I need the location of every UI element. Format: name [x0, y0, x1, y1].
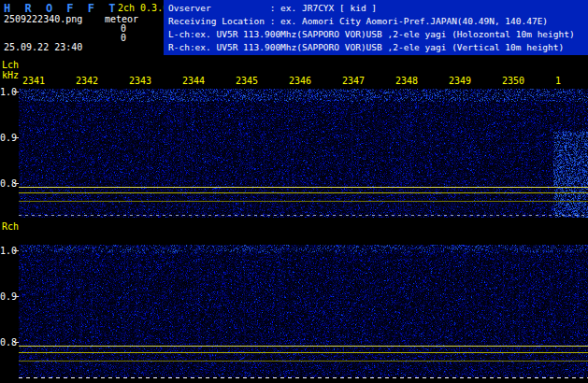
lch-receiver-line: L-ch:ex. UV5R 113.900Mhz(SAPPORO VOR)USB…	[168, 28, 588, 41]
app-title: H R O F F T	[4, 2, 119, 15]
lch-freq-tick: 0.9	[0, 133, 13, 143]
rch-baseline-dashed	[19, 377, 588, 378]
rch-freq-tick: 1.0	[0, 246, 13, 256]
observation-datetime: 25.09.22 23:40	[4, 42, 82, 52]
time-label: 2344	[182, 76, 205, 86]
lch-panel-label: Lch	[2, 60, 19, 70]
time-label: 2350	[502, 76, 524, 86]
long-count-value: 0	[121, 33, 126, 43]
app-version: 2ch 0.3.0	[118, 3, 168, 13]
rch-freq-tick: 0.9	[0, 291, 13, 302]
time-label: 2341	[22, 76, 45, 86]
observer-line: Ovserver : ex. JR7CYX [ kid ]	[168, 2, 588, 15]
output-filename: 2509222340.png	[4, 14, 82, 24]
time-label: 2342	[76, 76, 98, 86]
time-label-partial: 1	[555, 76, 561, 86]
rch-spectrogram	[19, 245, 588, 377]
rch-receiver-line: R-ch:ex. UV5R 113.900Mhz(SAPPORO VOR)USB…	[168, 41, 588, 54]
hrofft-window: H R O F F T 2ch 0.3.0 2509222340.png met…	[0, 0, 588, 383]
observer-info-box: Ovserver : ex. JR7CYX [ kid ] Receiving …	[164, 0, 588, 55]
time-label: 2347	[342, 76, 365, 86]
lch-freq-tick: 0.8	[0, 178, 13, 189]
time-label: 2345	[236, 76, 258, 86]
khz-unit-label: kHz	[2, 70, 19, 80]
receiving-location-line: Receiving Location : ex. Aomori City Aom…	[168, 15, 588, 28]
time-label: 2343	[129, 76, 151, 86]
rch-freq-tick: 0.8	[0, 337, 13, 348]
rch-panel-label: Rch	[2, 221, 19, 232]
time-label: 2346	[289, 76, 311, 86]
lch-freq-tick: 1.0	[0, 87, 13, 97]
lch-baseline-dashed	[19, 215, 588, 216]
time-label: 2349	[449, 76, 471, 86]
lch-spectrogram	[19, 89, 588, 218]
time-label: 2348	[395, 76, 418, 86]
